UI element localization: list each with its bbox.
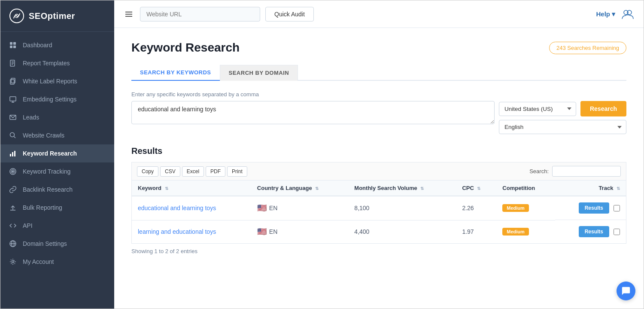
- toolbar-search: Search:: [529, 166, 621, 177]
- logo-icon: [9, 8, 24, 24]
- sidebar-item-label: Dashboard: [23, 42, 52, 49]
- target-icon: [9, 168, 17, 175]
- user-avatar-icon[interactable]: [620, 7, 635, 21]
- sidebar-item-api[interactable]: API: [0, 217, 114, 235]
- main-content: Quick Audit Help ▾ Keyword Research 243 …: [114, 0, 644, 309]
- pdf-button[interactable]: PDF: [206, 166, 225, 177]
- sort-icon: ⇅: [477, 186, 480, 191]
- sidebar-item-dashboard[interactable]: Dashboard: [0, 36, 114, 54]
- url-input[interactable]: [140, 7, 260, 21]
- svg-point-29: [12, 261, 14, 263]
- sidebar-item-white-label[interactable]: White Label Reports: [0, 72, 114, 90]
- sidebar-item-embedding[interactable]: Embedding Settings: [0, 90, 114, 108]
- col-competition: Competition: [496, 181, 555, 196]
- page-header: Keyword Research 243 Searches Remaining: [131, 41, 626, 55]
- sidebar-item-label: Report Templates: [23, 60, 70, 67]
- sidebar-item-label: White Label Reports: [23, 78, 77, 85]
- research-button[interactable]: Research: [580, 101, 626, 116]
- search-instructions: Enter any specific keywords separated by…: [131, 91, 626, 98]
- code-icon: [9, 222, 17, 229]
- competition-cell: Medium: [496, 196, 555, 220]
- page-title: Keyword Research: [131, 41, 240, 55]
- svg-rect-12: [10, 97, 16, 101]
- flag: 🇺🇸: [257, 203, 267, 213]
- sidebar-item-label: Website Crawls: [23, 132, 64, 139]
- topbar: Quick Audit Help ▾: [114, 0, 644, 28]
- copy-icon: [9, 77, 17, 85]
- svg-point-23: [12, 171, 14, 172]
- sidebar-item-label: API: [23, 222, 33, 229]
- tab-search-by-keywords[interactable]: SEARCH BY KEYWORDS: [131, 65, 220, 81]
- copy-button[interactable]: Copy: [137, 166, 158, 177]
- sidebar: SEOptimer Dashboard Report Templates Whi…: [0, 0, 114, 309]
- cpc-cell: 2.26: [456, 196, 496, 220]
- svg-rect-4: [10, 46, 12, 48]
- sidebar-item-website-crawls[interactable]: Website Crawls: [0, 126, 114, 144]
- sidebar-item-keyword-research[interactable]: Keyword Research: [0, 144, 114, 162]
- sidebar-item-keyword-tracking[interactable]: Keyword Tracking: [0, 162, 114, 181]
- link-icon: [9, 186, 17, 193]
- sidebar-nav: Dashboard Report Templates White Label R…: [0, 32, 114, 309]
- search-icon: [9, 132, 17, 139]
- competition-cell: Medium: [496, 220, 555, 244]
- track-cell: Results: [555, 220, 626, 243]
- sidebar-item-report-templates[interactable]: Report Templates: [0, 54, 114, 72]
- results-button[interactable]: Results: [579, 226, 609, 237]
- svg-rect-20: [14, 151, 15, 156]
- svg-rect-19: [12, 152, 13, 156]
- hamburger-button[interactable]: [123, 8, 135, 20]
- track-checkbox[interactable]: [614, 229, 620, 235]
- chevron-down-icon: ▾: [612, 10, 615, 18]
- keyword-link[interactable]: educational and learning toys: [138, 205, 216, 211]
- keyword-textarea[interactable]: educational and learning toys: [131, 101, 495, 124]
- track-checkbox[interactable]: [614, 205, 620, 211]
- showing-text: Showing 1 to 2 of 2 entries: [131, 248, 626, 254]
- chat-bubble-button[interactable]: [617, 281, 635, 300]
- sidebar-item-label: Keyword Tracking: [23, 168, 70, 175]
- col-track: Track ⇅: [555, 181, 626, 196]
- results-button[interactable]: Results: [579, 202, 609, 214]
- svg-rect-3: [13, 42, 16, 45]
- upload-icon: [9, 204, 17, 211]
- help-button[interactable]: Help ▾: [596, 10, 615, 18]
- quick-audit-button[interactable]: Quick Audit: [265, 7, 314, 21]
- results-table: Keyword ⇅ Country & Language ⇅ Monthly S…: [131, 180, 626, 244]
- sidebar-item-my-account[interactable]: My Account: [0, 253, 114, 271]
- grid-icon: [9, 41, 17, 49]
- sidebar-item-label: Domain Settings: [23, 240, 67, 247]
- country-language-cell: 🇺🇸 EN: [251, 196, 349, 220]
- search-label: Search:: [529, 168, 549, 174]
- logo-text: SEOptimer: [29, 11, 75, 21]
- competition-badge: Medium: [502, 204, 529, 212]
- sidebar-item-backlink-research[interactable]: Backlink Research: [0, 181, 114, 199]
- print-button[interactable]: Print: [227, 166, 247, 177]
- sidebar-item-leads[interactable]: Leads: [0, 108, 114, 126]
- mail-icon: [9, 113, 17, 121]
- csv-button[interactable]: CSV: [160, 166, 180, 177]
- sidebar-item-label: Bulk Reporting: [23, 204, 62, 211]
- sidebar-item-domain-settings[interactable]: Domain Settings: [0, 235, 114, 253]
- sidebar-item-bulk-reporting[interactable]: Bulk Reporting: [0, 199, 114, 217]
- keyword-cell: learning and educational toys: [132, 220, 251, 244]
- flag: 🇺🇸: [257, 227, 267, 236]
- search-tabs: SEARCH BY KEYWORDS SEARCH BY DOMAIN: [131, 65, 626, 81]
- logo-area: SEOptimer: [0, 0, 114, 32]
- col-monthly-search: Monthly Search Volume ⇅: [348, 181, 456, 196]
- tab-search-by-domain[interactable]: SEARCH BY DOMAIN: [220, 65, 298, 81]
- table-search-input[interactable]: [552, 166, 621, 177]
- country-select[interactable]: United States (US) United Kingdom (GB) A…: [499, 102, 576, 116]
- language-select[interactable]: English French Spanish: [499, 120, 626, 134]
- settings-icon: [9, 258, 17, 266]
- language: EN: [269, 228, 277, 235]
- table-row: learning and educational toys 🇺🇸 EN 4,40…: [132, 220, 626, 244]
- searches-remaining-badge: 243 Searches Remaining: [549, 42, 626, 54]
- table-toolbar: Copy CSV Excel PDF Print Search:: [131, 162, 626, 180]
- excel-button[interactable]: Excel: [182, 166, 204, 177]
- svg-point-16: [10, 133, 15, 137]
- sidebar-item-label: Backlink Research: [23, 186, 73, 193]
- keyword-link[interactable]: learning and educational toys: [138, 228, 216, 235]
- content-area: Keyword Research 243 Searches Remaining …: [114, 28, 644, 309]
- table-row: educational and learning toys 🇺🇸 EN 8,10…: [132, 196, 626, 220]
- monthly-search-cell: 8,100: [348, 196, 456, 220]
- sidebar-item-label: My Account: [23, 258, 54, 265]
